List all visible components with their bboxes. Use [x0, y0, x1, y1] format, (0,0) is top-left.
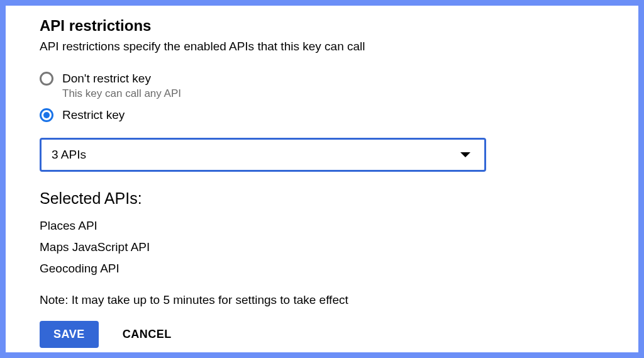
radio-label: Don't restrict key [62, 71, 181, 86]
radio-sublabel: This key can call any API [62, 87, 181, 100]
section-description: API restrictions specify the enabled API… [40, 40, 638, 53]
section-title: API restrictions [40, 17, 638, 35]
chevron-down-icon [460, 152, 470, 157]
list-item: Places API [40, 219, 638, 233]
radio-circle-selected-icon [40, 108, 53, 122]
radio-label: Restrict key [62, 108, 125, 123]
button-row: SAVE CANCEL [40, 321, 638, 348]
radio-circle-icon [40, 72, 53, 86]
dropdown-selected-text: 3 APIs [52, 148, 86, 162]
cancel-button[interactable]: CANCEL [123, 328, 172, 341]
api-restrictions-panel: API restrictions API restrictions specif… [0, 0, 644, 358]
selected-apis-title: Selected APIs: [40, 189, 638, 208]
save-button[interactable]: SAVE [40, 321, 99, 348]
api-count-dropdown[interactable]: 3 APIs [40, 138, 486, 172]
radio-restrict-key[interactable]: Restrict key [40, 108, 638, 123]
selected-apis-list: Places API Maps JavaScript API Geocoding… [40, 219, 638, 276]
settings-delay-note: Note: It may take up to 5 minutes for se… [40, 293, 638, 307]
radio-dont-restrict-key[interactable]: Don't restrict key This key can call any… [40, 71, 638, 100]
list-item: Maps JavaScript API [40, 240, 638, 254]
list-item: Geocoding API [40, 262, 638, 276]
